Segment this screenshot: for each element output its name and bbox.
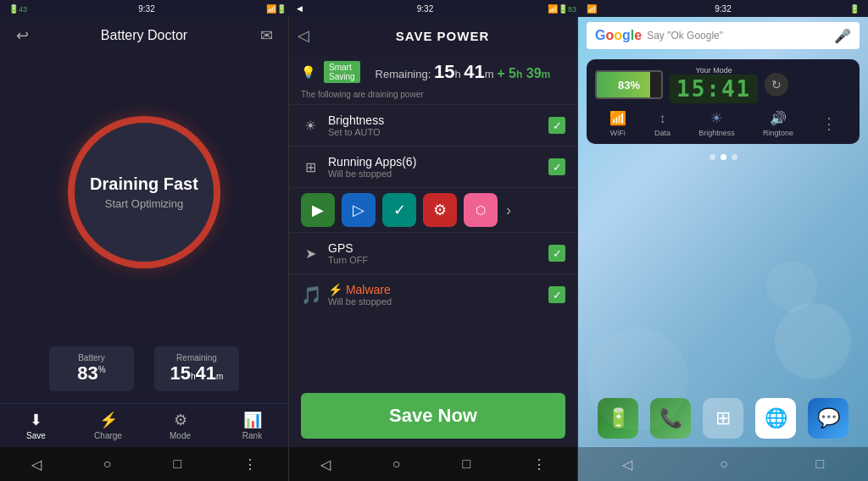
bubble-3	[587, 329, 688, 430]
gps-checkbox[interactable]: ✓	[548, 245, 565, 262]
apps-icon: ⊞	[301, 159, 320, 175]
save-power-title: SAVE POWER	[316, 29, 569, 43]
malware-icon: 🎵	[301, 285, 320, 305]
save-nav-label: Save	[26, 431, 46, 440]
panel3-android-home: Google Say "Ok Google" 🎤 83% Your Mode 1…	[578, 17, 868, 481]
status-bar: 🔋43 9:32 📶🔋 ◀ 9:32 📶🔋83 📶 9:32 🔋	[0, 0, 868, 17]
widget-battery-bar: 83%	[595, 70, 663, 99]
battery-widget[interactable]: 83% Your Mode 15:41 ↻ 📶 WiFi ↕ Data	[587, 59, 860, 144]
nav-save[interactable]: ⬇ Save	[0, 404, 72, 447]
remaining-display: Remaining: 15h 41m + 5h 39m	[376, 61, 565, 83]
dock-chrome-app[interactable]: 🌐	[755, 398, 796, 439]
save-now-button[interactable]: Save Now	[301, 393, 565, 439]
page-dots	[578, 154, 868, 160]
battery-circle[interactable]: Draining Fast Start Optimizing	[68, 116, 220, 268]
running-apps-info: Running Apps(6) Will be stopped	[328, 155, 540, 179]
google-hint: Say "Ok Google"	[647, 30, 829, 41]
app-icon-4: ⚙	[423, 193, 457, 227]
save-now-area: Save Now	[289, 384, 577, 447]
menu-button-p1[interactable]: ⋮	[243, 456, 257, 473]
running-apps-checkbox[interactable]: ✓	[548, 158, 565, 175]
brightness-icon: ☀	[301, 118, 320, 134]
malware-checkbox[interactable]: ✓	[548, 286, 565, 303]
time-panel2: 9:32	[417, 4, 433, 14]
battery-circle-area: Draining Fast Start Optimizing	[0, 54, 288, 338]
wifi-label: WiFi	[610, 129, 626, 137]
data-control[interactable]: ↕ Data	[654, 111, 670, 137]
home-button-p2[interactable]: ○	[392, 456, 401, 472]
data-label: Data	[654, 129, 670, 137]
battery-stats: Battery 83% Remaining 15h41m	[0, 338, 288, 403]
back-button-p3[interactable]: ◁	[622, 456, 632, 473]
panel1-status: 🔋43 9:32 📶🔋	[3, 4, 292, 14]
bubble-1	[775, 303, 851, 379]
panel1-battery-doctor: ↩ Battery Doctor ✉ Draining Fast Start O…	[0, 17, 288, 481]
dock-messages-app[interactable]: 💬	[808, 398, 849, 439]
panel2-status: ◀ 9:32 📶🔋83	[292, 4, 581, 14]
home-button-p1[interactable]: ○	[103, 456, 112, 472]
mode-nav-label: Mode	[170, 431, 191, 440]
battery-label: Battery	[63, 353, 120, 362]
nav-mode[interactable]: ⚙ Mode	[144, 404, 216, 447]
ringtone-label: Ringtone	[763, 129, 793, 137]
dock-all-apps[interactable]: ⊞	[703, 398, 743, 439]
battery-value: 83%	[63, 362, 120, 384]
bottom-nav: ⬇ Save ⚡ Charge ⚙ Mode 📊 Rank	[0, 403, 288, 447]
rank-nav-icon: 📊	[243, 411, 262, 429]
recents-button-p1[interactable]: □	[174, 456, 182, 472]
more-apps-icon[interactable]: ›	[506, 202, 511, 219]
google-logo: Google	[595, 28, 642, 43]
battery-icon-panel3: 🔋	[849, 4, 860, 14]
widget-mode-col: Your Mode 15:41	[670, 66, 758, 103]
time-panel1: 9:32	[138, 4, 154, 14]
gps-info: GPS Turn OFF	[328, 241, 540, 265]
dot-1	[709, 154, 715, 160]
rank-nav-label: Rank	[242, 431, 262, 440]
brightness-item: ☀ Brightness Set to AUTO ✓	[289, 104, 577, 146]
widget-mode-label: Your Mode	[696, 66, 732, 75]
wifi-icon: 📶	[609, 110, 626, 126]
nav-charge[interactable]: ⚡ Charge	[72, 404, 144, 447]
mail-icon[interactable]: ✉	[254, 26, 278, 45]
wifi-control[interactable]: 📶 WiFi	[609, 110, 626, 137]
widget-menu-icon[interactable]: ⋮	[821, 114, 837, 133]
save-nav-icon: ⬇	[30, 411, 42, 429]
charge-nav-icon: ⚡	[99, 411, 118, 429]
refresh-widget-button[interactable]: ↻	[765, 73, 788, 97]
nav-rank[interactable]: 📊 Rank	[216, 404, 288, 447]
gps-name: GPS	[328, 241, 540, 255]
menu-button-p2[interactable]: ⋮	[532, 456, 546, 473]
malware-sub: Will be stopped	[328, 296, 540, 307]
draining-note: The following are draining power	[289, 90, 577, 104]
microphone-icon[interactable]: 🎤	[834, 28, 851, 44]
recents-button-p3[interactable]: □	[816, 456, 825, 472]
app-icons-row: ▶ ▷ ✓ ⚙ ⬡ ›	[289, 187, 577, 232]
remaining-label: Remaining	[168, 353, 225, 362]
main-panels: ↩ Battery Doctor ✉ Draining Fast Start O…	[0, 17, 868, 481]
brightness-control[interactable]: ☀ Brightness	[698, 110, 735, 137]
back-button-p2[interactable]: ◁	[320, 456, 331, 473]
home-button-p3[interactable]: ○	[720, 456, 728, 472]
panel3-status: 📶 9:32 🔋	[581, 4, 865, 14]
ringtone-control[interactable]: 🔊 Ringtone	[763, 110, 793, 137]
remaining-time-box: Remaining 15h41m	[154, 346, 239, 391]
bubble-2	[766, 261, 817, 312]
brightness-checkbox[interactable]: ✓	[548, 117, 565, 134]
dot-2	[721, 154, 726, 160]
panel2-header: ◁ SAVE POWER	[289, 17, 577, 54]
back-icon-header[interactable]: ◁	[298, 26, 309, 45]
refresh-icon[interactable]: ↩	[10, 26, 34, 45]
malware-name: ⚡ Malware	[328, 283, 540, 296]
google-search-bar[interactable]: Google Say "Ok Google" 🎤	[587, 22, 860, 49]
remaining-info: Remaining: 15h 41m + 5h 39m	[369, 61, 565, 83]
back-button-p1[interactable]: ◁	[31, 456, 42, 473]
brightness-info: Brightness Set to AUTO	[328, 113, 540, 137]
panel2-sys-nav: ◁ ○ □ ⋮	[289, 447, 577, 481]
brightness-ctrl-icon: ☀	[710, 110, 722, 126]
running-apps-item: ⊞ Running Apps(6) Will be stopped ✓	[289, 146, 577, 187]
time-panel3: 9:32	[715, 4, 731, 14]
recents-button-p2[interactable]: □	[463, 456, 471, 472]
running-apps-sub: Will be stopped	[328, 169, 540, 179]
back-icon-p2: ◀	[297, 4, 303, 13]
panel1-sys-nav: ◁ ○ □ ⋮	[0, 447, 288, 481]
